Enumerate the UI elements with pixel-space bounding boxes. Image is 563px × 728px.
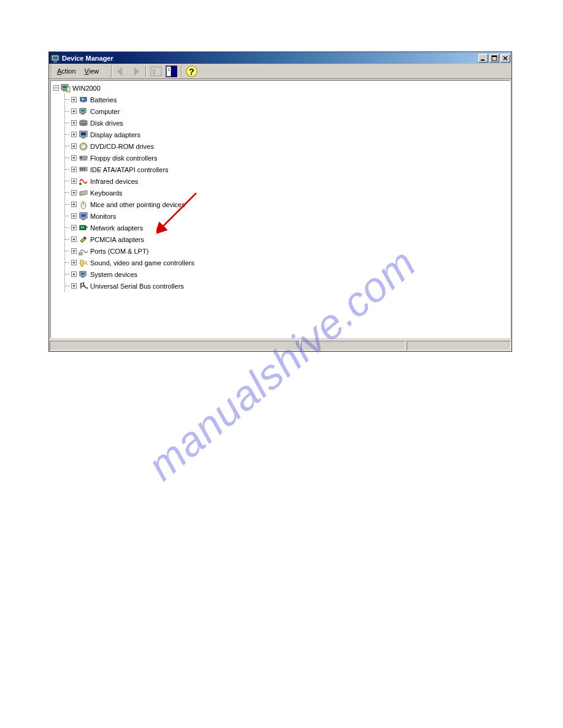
svg-text:?: ? (189, 67, 194, 77)
tree-item[interactable]: +DVD/CD-ROM drives (65, 140, 507, 152)
tree-item[interactable]: +System devices (65, 268, 507, 280)
tree-item-label: DVD/CD-ROM drives (90, 143, 154, 150)
expand-icon[interactable]: + (71, 202, 77, 207)
tree-item-label: Computer (90, 108, 120, 115)
category-icon (79, 246, 88, 256)
tree-item-label: Universal Serial Bus controllers (90, 282, 184, 290)
expand-icon[interactable]: + (71, 108, 77, 114)
expand-icon[interactable]: + (71, 97, 77, 102)
tree-item-label: Network adapters (90, 224, 143, 232)
titlebar[interactable]: Device Manager (49, 52, 511, 64)
expand-icon[interactable]: + (71, 248, 77, 254)
category-icon (79, 95, 88, 105)
expand-icon[interactable]: + (71, 132, 77, 137)
svg-rect-50 (82, 219, 85, 220)
category-icon (79, 188, 88, 198)
tree-children: +Batteries+Computer+Disk drives+Display … (64, 94, 507, 292)
toolbar-grip (111, 65, 112, 77)
tree-root-label: WIN2000 (72, 85, 101, 92)
svg-rect-2 (53, 61, 57, 63)
svg-rect-40 (84, 168, 85, 170)
tree-item[interactable]: +Universal Serial Bus controllers (65, 280, 507, 292)
tree-item[interactable]: +Sound, video and game controllers (65, 257, 507, 268)
status-pane (407, 341, 511, 351)
svg-rect-53 (83, 227, 84, 228)
menu-action[interactable]: Action (53, 66, 80, 77)
category-icon (79, 235, 88, 245)
help-button[interactable]: ? (185, 64, 199, 78)
category-icon (79, 130, 88, 140)
tree-item[interactable]: +PCMCIA adapters (65, 233, 507, 245)
tree-item-label: Infrared devices (90, 178, 138, 185)
tree-item[interactable]: +Infrared devices (65, 175, 507, 187)
tree-item-label: IDE ATA/ATAPI controllers (90, 166, 169, 173)
tree-item-label: Batteries (90, 96, 117, 104)
expand-icon[interactable]: + (71, 213, 77, 219)
tree-item-label: Floppy disk controllers (90, 154, 157, 162)
tree-item[interactable]: +Ports (COM & LPT) (65, 245, 507, 257)
tree-item[interactable]: +Network adapters (65, 222, 507, 233)
expand-icon[interactable]: + (71, 120, 77, 126)
svg-rect-24 (81, 113, 85, 115)
expand-icon[interactable]: + (71, 167, 77, 172)
expand-icon[interactable]: + (71, 237, 77, 242)
expand-icon[interactable]: + (71, 190, 77, 195)
minimize-button[interactable] (478, 54, 488, 63)
tree-item[interactable]: +Keyboards (65, 187, 507, 199)
collapse-icon[interactable]: − (53, 85, 59, 91)
tree-item[interactable]: +Display adapters (65, 129, 507, 140)
menu-view[interactable]: View (80, 66, 104, 77)
svg-rect-20 (82, 101, 85, 102)
svg-point-60 (80, 282, 82, 284)
svg-rect-38 (80, 168, 82, 170)
category-icon (79, 223, 88, 233)
svg-point-41 (79, 183, 82, 185)
svg-rect-7 (153, 69, 155, 71)
svg-rect-10 (172, 66, 177, 76)
category-icon (79, 165, 88, 175)
toolbar: Action View ? (49, 64, 511, 79)
tree-item[interactable]: +Batteries (65, 94, 507, 105)
tree-view[interactable]: − WIN2000 +Batteries+Computer+Disk drive… (50, 80, 510, 338)
svg-point-27 (80, 123, 87, 126)
status-pane (301, 341, 405, 351)
close-button[interactable] (500, 54, 510, 63)
category-icon (79, 107, 88, 116)
maximize-button[interactable] (489, 54, 499, 63)
tree-item[interactable]: +Monitors (65, 210, 507, 222)
forward-button[interactable] (129, 64, 143, 78)
tree-item-label: PCMCIA adapters (90, 236, 144, 243)
category-icon (79, 211, 88, 221)
expand-icon[interactable]: + (71, 225, 77, 230)
expand-icon[interactable]: + (71, 271, 77, 277)
tree-item[interactable]: +Disk drives (65, 117, 507, 129)
tree-item[interactable]: +Mice and other pointing devices (65, 199, 507, 210)
properties-button[interactable] (164, 64, 178, 78)
device-manager-window: Device Manager Action View ? − WIN2000 +… (48, 51, 512, 352)
category-icon (79, 281, 88, 291)
tree-item[interactable]: +IDE ATA/ATAPI controllers (65, 164, 507, 175)
category-icon (79, 176, 88, 186)
tree-item[interactable]: +Floppy disk controllers (65, 152, 507, 164)
tree-root-node[interactable]: − WIN2000 (53, 82, 507, 94)
toolbar-separator (145, 66, 147, 77)
svg-rect-18 (67, 87, 70, 92)
expand-icon[interactable]: + (71, 143, 77, 149)
back-button[interactable] (113, 64, 128, 78)
svg-rect-6 (151, 67, 161, 75)
svg-rect-1 (53, 56, 58, 59)
svg-rect-58 (81, 273, 85, 275)
category-icon (79, 200, 88, 210)
expand-icon[interactable]: + (71, 155, 77, 161)
expand-icon[interactable]: + (71, 283, 77, 289)
category-icon (79, 142, 88, 151)
toolbar-grip (51, 65, 52, 77)
svg-rect-55 (84, 237, 86, 239)
tree-item[interactable]: +Computer (65, 105, 507, 117)
show-hide-button[interactable] (149, 64, 163, 78)
svg-rect-29 (81, 132, 86, 135)
svg-rect-52 (81, 227, 82, 228)
expand-icon[interactable]: + (71, 260, 77, 265)
expand-icon[interactable]: + (71, 178, 77, 184)
svg-rect-62 (86, 287, 88, 289)
